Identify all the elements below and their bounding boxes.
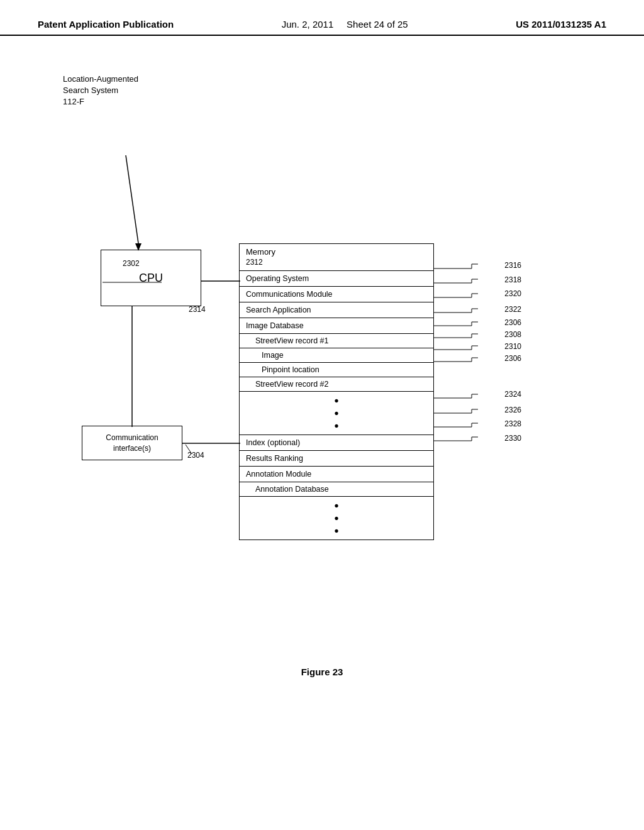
ref-2328: 2328: [504, 419, 521, 428]
memory-row-comm: Communications Module: [240, 287, 433, 302]
comm-ref: 2304: [187, 451, 204, 460]
memory-header-label: Memory: [246, 247, 275, 257]
memory-ref-area: 2312: [240, 258, 433, 271]
system-label: Location-Augmented Search System 112-F: [63, 74, 138, 108]
diagram-area: Location-Augmented Search System 112-F 2…: [0, 36, 644, 759]
svg-line-0: [126, 155, 138, 243]
memory-box: Memory 2312 Operating System Communicati…: [239, 243, 434, 540]
ref-2330: 2330: [504, 434, 521, 443]
memory-row-sv2: StreetView record #2: [240, 377, 433, 392]
ref-2306b: 2306: [504, 354, 521, 363]
ref-2316: 2316: [504, 261, 521, 270]
ref-2324: 2324: [504, 390, 521, 399]
ref-2310: 2310: [504, 342, 521, 351]
cpu-box: CPU: [101, 250, 201, 306]
system-label-line3: 112-F: [63, 96, 138, 108]
memory-header-area: Memory: [240, 244, 433, 258]
sheet-number: Sheet 24 of 25: [347, 19, 408, 30]
memory-row-annotdb: Annotation Database: [240, 482, 433, 497]
ref-2318: 2318: [504, 275, 521, 284]
ref-2322: 2322: [504, 305, 521, 314]
memory-row-image: Image: [240, 348, 433, 363]
publication-title: Patent Application Publication: [38, 19, 174, 30]
memory-row-imagedb: Image Database: [240, 318, 433, 334]
memory-row-annotation: Annotation Module: [240, 467, 433, 482]
ref-2308: 2308: [504, 330, 521, 339]
comm-label-line2: interface(s): [106, 443, 158, 454]
cpu-label: CPU: [139, 272, 163, 285]
comm-box: Communication interface(s): [82, 426, 182, 460]
patent-number: US 2011/0131235 A1: [516, 19, 606, 30]
publication-date: Jun. 2, 2011: [282, 19, 334, 30]
memory-row-sv1: StreetView record #1: [240, 334, 433, 348]
figure-label: Figure 23: [301, 667, 343, 677]
page-header: Patent Application Publication Jun. 2, 2…: [0, 0, 644, 36]
system-label-line1: Location-Augmented: [63, 74, 138, 85]
memory-row-search: Search Application: [240, 302, 433, 318]
ref-2306a: 2306: [504, 318, 521, 327]
memory-row-index: Index (optional): [240, 435, 433, 451]
memory-row-dots2: ●●●: [240, 497, 433, 540]
comm-label-line1: Communication: [106, 433, 158, 443]
memory-ref-num: 2312: [246, 258, 263, 267]
cpu-sub-ref: 2314: [189, 305, 206, 314]
memory-row-os: Operating System: [240, 271, 433, 287]
memory-row-results: Results Ranking: [240, 451, 433, 467]
date-sheet: Jun. 2, 2011 Sheet 24 of 25: [282, 19, 408, 30]
system-label-line2: Search System: [63, 85, 138, 96]
memory-row-pinpoint: Pinpoint location: [240, 363, 433, 377]
ref-2320: 2320: [504, 289, 521, 298]
ref-2326: 2326: [504, 406, 521, 414]
memory-row-dots1: ●●●: [240, 392, 433, 435]
